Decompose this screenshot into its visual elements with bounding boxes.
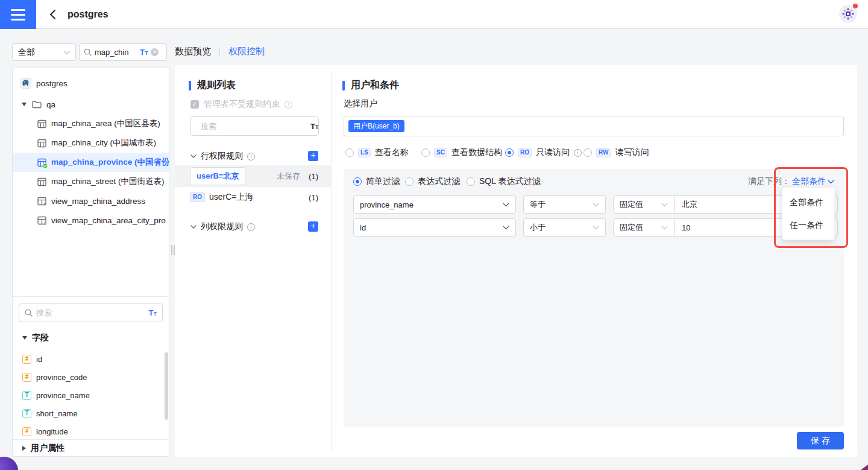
ro-badge: RO [190, 192, 205, 202]
content-tabs: 数据预览 权限控制 [175, 46, 265, 57]
value-type-select[interactable]: 固定值 [614, 196, 674, 213]
radio-unselected[interactable] [405, 177, 414, 186]
table-search-box[interactable]: TT ✕ [79, 43, 167, 61]
condition-field-select[interactable]: province_name [353, 195, 516, 214]
fields-scrollbar[interactable] [165, 352, 168, 420]
rule-search-box[interactable]: TT [190, 116, 319, 136]
match-value-link[interactable]: 全部条件 [792, 176, 826, 187]
match-condition-dropdown: 全部条件 任一条件 [782, 187, 835, 240]
access-option-sc[interactable]: SC 查看数据结构 [421, 147, 502, 158]
caret-down-icon[interactable] [22, 336, 27, 340]
field-item[interactable]: # id [13, 352, 163, 366]
rule-count: (1) [309, 172, 318, 181]
table-search-input[interactable] [95, 48, 137, 57]
clear-search-icon[interactable]: ✕ [151, 48, 159, 56]
user-select-box[interactable]: 用户B(user_b) [344, 116, 844, 136]
access-option-ro[interactable]: RO 只读访问 i [505, 147, 582, 158]
condition-value-input[interactable]: 北京 [675, 199, 705, 210]
radio-selected[interactable] [353, 177, 362, 186]
search-icon [84, 48, 92, 56]
admin-exempt-label: 管理者不受规则约束 [204, 99, 280, 110]
tree-node-label: map_china_street (中国街道表) [51, 176, 165, 187]
filter-mode-sql[interactable]: SQL 表达式过滤 [467, 176, 540, 187]
field-search-box[interactable]: TT [19, 303, 163, 322]
detail-panel-header: 用户和条件 [342, 79, 399, 92]
rule-item-userB[interactable]: RO userB=北京 未保存 (1) [175, 165, 331, 187]
user-avatar[interactable] [839, 5, 857, 23]
field-item[interactable]: T short_name [13, 406, 163, 421]
rule-search-input[interactable] [201, 122, 307, 131]
access-label: 读写访问 [615, 147, 649, 158]
field-name: province_name [36, 391, 90, 400]
tree-node-table[interactable]: map_china_city (中国城市表) [13, 133, 169, 153]
user-tag[interactable]: 用户B(user_b) [348, 120, 404, 132]
menu-button[interactable] [0, 0, 36, 29]
filter-mode-expression[interactable]: 表达式过滤 [405, 176, 460, 187]
match-case-icon[interactable]: TT [310, 122, 318, 130]
access-option-ls[interactable]: LS 查看名称 [345, 147, 409, 158]
user-attrs-section-header[interactable]: 用户属性 [22, 443, 64, 454]
tree-node-folder-qa[interactable]: qa [13, 95, 169, 114]
tab-permission-control[interactable]: 权限控制 [228, 46, 265, 57]
condition-value-input[interactable]: 10 [675, 223, 697, 232]
sidebar: postgres qa map_china_area (中国区县表) map_c… [12, 68, 169, 457]
chevron-down-icon[interactable] [828, 180, 834, 184]
match-case-icon[interactable]: TT [149, 309, 157, 317]
access-label: 查看名称 [375, 147, 409, 158]
caret-right-icon[interactable] [22, 446, 26, 451]
field-name: id [36, 355, 42, 364]
tab-data-preview[interactable]: 数据预览 [175, 46, 211, 57]
number-field-icon: # [22, 355, 31, 364]
match-case-icon[interactable]: TT [140, 48, 148, 56]
radio-selected[interactable] [505, 148, 514, 157]
tree-node-table-selected[interactable]: map_china_province (中国省份 [13, 153, 169, 172]
condition-operator-select[interactable]: 小于 [523, 218, 606, 237]
field-search-input[interactable] [36, 308, 145, 317]
info-icon: i [574, 149, 582, 157]
floating-assistant-button[interactable] [0, 457, 18, 470]
field-item[interactable]: # longitude [13, 424, 163, 439]
radio-unselected[interactable] [583, 148, 592, 157]
tree-node-table[interactable]: map_china_area (中国区县表) [13, 114, 169, 133]
condition-operator-select[interactable]: 等于 [523, 195, 606, 214]
row-rules-section[interactable]: 行权限规则 i [190, 151, 255, 162]
hamburger-icon [11, 9, 25, 11]
rule-name: userB=北京 [190, 167, 245, 185]
checkbox-checked-disabled[interactable]: ✓ [190, 100, 199, 109]
type-filter-select[interactable]: 全部 [12, 43, 76, 61]
filter-mode-label: SQL 表达式过滤 [479, 176, 540, 187]
tree-node-table[interactable]: map_china_street (中国街道表) [13, 172, 169, 191]
rules-panel-title: 规则列表 [197, 79, 236, 92]
rw-badge: RW [596, 148, 611, 157]
view-icon [37, 197, 46, 206]
value-type-select[interactable]: 固定值 [614, 219, 674, 236]
caret-down-icon[interactable] [22, 103, 27, 106]
fields-section-title: 字段 [32, 332, 49, 343]
radio-unselected[interactable] [421, 148, 430, 157]
dropdown-option-any[interactable]: 任一条件 [782, 214, 834, 237]
field-name: longitude [36, 427, 68, 436]
permission-card: 规则列表 ✓ 管理者不受规则约束 i TT 行权限规则 i + RO userB… [175, 65, 857, 457]
add-col-rule-button[interactable]: + [308, 221, 318, 232]
col-rules-title: 列权限规则 [201, 221, 243, 232]
header-accent [342, 81, 345, 91]
add-row-rule-button[interactable]: + [308, 151, 318, 161]
condition-field-select[interactable]: id [353, 218, 516, 237]
col-rules-section[interactable]: 列权限规则 i [190, 221, 255, 232]
tree-node-view[interactable]: view_map_china_area_city_pro [13, 211, 169, 230]
field-item[interactable]: T province_name [13, 388, 163, 402]
save-button[interactable]: 保 存 [797, 432, 844, 449]
tree-node-view[interactable]: view_map_china_address [13, 191, 169, 211]
filter-mode-simple[interactable]: 简单过滤 [353, 176, 400, 187]
back-button[interactable] [46, 8, 59, 21]
tree-node-database[interactable]: postgres [13, 74, 169, 93]
field-item[interactable]: # province_code [13, 370, 163, 384]
dropdown-option-all[interactable]: 全部条件 [782, 191, 834, 214]
radio-unselected[interactable] [345, 148, 354, 157]
chevron-down-icon [190, 154, 197, 158]
info-icon: i [285, 101, 292, 109]
rule-item-userC[interactable]: RO userC=上海 (1) [175, 187, 331, 208]
fields-section-header[interactable]: 字段 [22, 332, 49, 343]
radio-unselected[interactable] [467, 177, 475, 186]
access-option-rw[interactable]: RW 读写访问 [583, 147, 649, 158]
